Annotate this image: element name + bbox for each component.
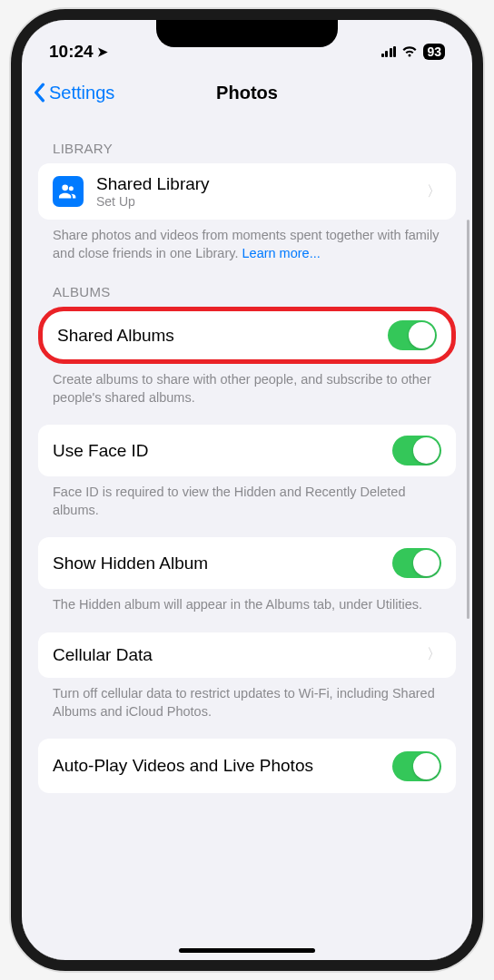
hidden-album-toggle[interactable] [392,548,441,578]
location-icon: ➤ [97,44,108,59]
library-footer: Share photos and videos from moments spe… [38,220,456,266]
back-button[interactable]: Settings [33,83,114,103]
nav-bar: Settings Photos [22,70,472,115]
face-id-footer: Face ID is required to view the Hidden a… [38,476,456,523]
face-id-group: Use Face ID [38,425,456,476]
wifi-icon [401,45,418,58]
cellular-row[interactable]: Cellular Data 〉 [38,632,456,678]
shared-library-row[interactable]: Shared Library Set Up 〉 [38,163,456,220]
autoplay-toggle[interactable] [392,751,441,781]
shared-library-group: Shared Library Set Up 〉 [38,163,456,220]
face-id-title: Use Face ID [53,441,392,461]
albums-header: ALBUMS [38,266,456,307]
back-label: Settings [49,83,114,103]
chevron-left-icon [33,83,45,103]
library-header: LIBRARY [38,122,456,163]
shared-albums-row[interactable]: Shared Albums [43,311,451,359]
cellular-group: Cellular Data 〉 [38,632,456,678]
hidden-album-footer: The Hidden album will appear in the Albu… [38,589,456,618]
face-id-toggle[interactable] [392,436,441,466]
face-id-row[interactable]: Use Face ID [38,425,456,476]
status-time: 10:24 [49,42,94,62]
notch [156,20,338,47]
signal-icon [381,46,397,57]
screen: 10:24 ➤ 93 Settings Photos LIBRARY [22,20,472,960]
cellular-title: Cellular Data [53,645,427,665]
shared-library-body: Shared Library Set Up [96,174,427,209]
hidden-album-group: Show Hidden Album [38,537,456,589]
chevron-right-icon: 〉 [427,182,441,201]
status-indicators: 93 [381,44,445,60]
chevron-right-icon: 〉 [427,645,441,664]
shared-albums-title: Shared Albums [57,326,388,346]
phone-frame: 10:24 ➤ 93 Settings Photos LIBRARY [11,9,483,971]
home-indicator[interactable] [179,948,315,953]
shared-library-subtitle: Set Up [96,194,427,209]
hidden-album-row[interactable]: Show Hidden Album [38,537,456,589]
battery-icon: 93 [423,44,445,60]
cellular-footer: Turn off cellular data to restrict updat… [38,678,456,724]
autoplay-group: Auto-Play Videos and Live Photos [38,739,456,793]
status-time-area: 10:24 ➤ [49,42,108,62]
shared-library-title: Shared Library [96,174,427,194]
shared-albums-footer: Create albums to share with other people… [38,364,456,410]
content: LIBRARY Shared Library Set Up 〉 Share ph… [22,115,472,800]
autoplay-title: Auto-Play Videos and Live Photos [53,755,392,777]
people-icon [53,176,84,207]
shared-albums-toggle[interactable] [388,320,437,350]
learn-more-link[interactable]: Learn more... [242,246,321,260]
scroll-indicator[interactable] [467,220,469,619]
hidden-album-title: Show Hidden Album [53,554,392,573]
shared-albums-highlight: Shared Albums [38,307,456,364]
page-title: Photos [216,83,278,103]
autoplay-row[interactable]: Auto-Play Videos and Live Photos [38,739,456,793]
